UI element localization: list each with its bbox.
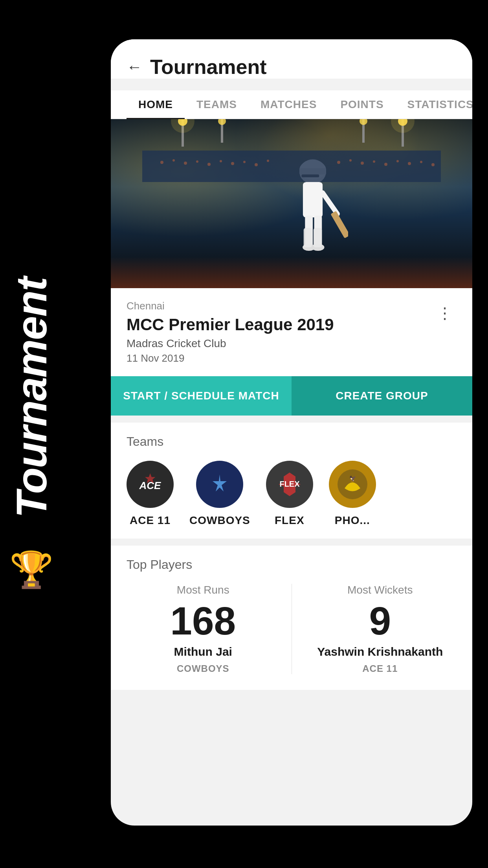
page-title: Tournament xyxy=(150,55,267,79)
svg-point-23 xyxy=(391,119,415,133)
team-item-ace[interactable]: ACE ACE 11 xyxy=(127,461,174,527)
team-name-flex: FLEX xyxy=(275,514,305,527)
team-name-phoenix: PHO... xyxy=(335,514,370,527)
svg-point-24 xyxy=(160,161,163,164)
start-schedule-button[interactable]: START / SCHEDULE MATCH xyxy=(111,376,292,416)
tournament-date: 11 Nov 2019 xyxy=(127,352,334,364)
trophy-icon: 🏆 xyxy=(9,549,53,590)
svg-point-25 xyxy=(172,159,175,162)
tab-points[interactable]: POINTS xyxy=(328,90,395,119)
svg-point-19 xyxy=(218,119,226,125)
teams-list: ACE ACE 11 COWBOYS xyxy=(127,461,457,527)
tab-statistics[interactable]: STATISTICS xyxy=(396,90,472,119)
team-logo-flex: FLEX xyxy=(266,461,313,508)
more-options-button[interactable]: ⋮ xyxy=(433,300,457,326)
most-runs-value: 168 xyxy=(170,601,236,640)
svg-point-28 xyxy=(207,163,211,166)
svg-point-29 xyxy=(220,160,222,162)
svg-point-42 xyxy=(431,163,435,166)
nav-tabs: HOME TEAMS MATCHES POINTS STATISTICS xyxy=(111,90,472,119)
cowboys-logo-svg xyxy=(204,469,235,500)
phoenix-logo-svg: 🦅 xyxy=(337,469,368,500)
svg-point-34 xyxy=(337,161,340,164)
back-button[interactable]: ← xyxy=(127,59,142,75)
teams-section: Teams ACE ACE 11 xyxy=(111,423,472,539)
most-wickets-player-team: ACE 11 xyxy=(362,663,398,674)
svg-point-26 xyxy=(184,162,187,165)
side-panel: Tournament 🏆 xyxy=(0,0,63,868)
hero-image xyxy=(111,119,472,288)
svg-point-39 xyxy=(396,160,399,162)
svg-rect-11 xyxy=(304,228,312,247)
svg-point-37 xyxy=(373,160,375,163)
svg-rect-12 xyxy=(314,228,322,247)
svg-rect-13 xyxy=(142,151,441,182)
svg-point-32 xyxy=(255,163,258,166)
team-logo-phoenix: 🦅 xyxy=(329,461,376,508)
flex-logo-svg: FLEX xyxy=(274,469,305,500)
svg-point-31 xyxy=(243,161,246,163)
action-buttons: START / SCHEDULE MATCH CREATE GROUP xyxy=(111,376,472,416)
team-item-phoenix[interactable]: 🦅 PHO... xyxy=(329,461,376,527)
most-runs-player-team: COWBOYS xyxy=(177,663,229,674)
players-grid: Most Runs 168 Mithun Jai COWBOYS Most Wi… xyxy=(127,584,457,674)
svg-text:ACE: ACE xyxy=(139,480,161,491)
ace-logo-svg: ACE xyxy=(134,469,166,500)
stadium-lights xyxy=(111,119,472,182)
most-runs-label: Most Runs xyxy=(177,584,229,596)
svg-rect-4 xyxy=(303,182,323,217)
svg-point-33 xyxy=(267,160,269,162)
tab-matches[interactable]: MATCHES xyxy=(249,90,328,119)
most-runs-card: Most Runs 168 Mithun Jai COWBOYS xyxy=(127,584,280,674)
team-name-ace: ACE 11 xyxy=(130,514,171,527)
team-item-flex[interactable]: FLEX FLEX xyxy=(266,461,313,527)
team-item-cowboys[interactable]: COWBOYS xyxy=(189,461,250,527)
team-name-cowboys: COWBOYS xyxy=(189,514,250,527)
side-vertical-text: Tournament xyxy=(10,278,53,518)
tournament-location: Chennai xyxy=(127,300,334,312)
phone-container: ← Tournament HOME TEAMS MATCHES POINTS S… xyxy=(111,39,472,826)
svg-point-35 xyxy=(349,159,352,162)
tournament-club: Madras Cricket Club xyxy=(127,337,334,350)
create-group-button[interactable]: CREATE GROUP xyxy=(292,376,472,416)
tournament-info: Chennai MCC Premier League 2019 Madras C… xyxy=(111,288,472,376)
most-wickets-value: 9 xyxy=(369,601,391,640)
most-wickets-label: Most Wickets xyxy=(347,584,413,596)
most-runs-player-name: Mithun Jai xyxy=(174,645,232,658)
svg-text:FLEX: FLEX xyxy=(279,480,300,488)
svg-point-22 xyxy=(171,119,194,133)
tab-teams[interactable]: TEAMS xyxy=(185,90,249,119)
tab-home[interactable]: HOME xyxy=(127,90,185,119)
svg-point-20 xyxy=(360,119,367,125)
tournament-name: MCC Premier League 2019 xyxy=(127,315,334,334)
svg-point-38 xyxy=(384,163,387,166)
svg-point-41 xyxy=(420,161,422,163)
svg-line-5 xyxy=(323,193,338,214)
top-players-title: Top Players xyxy=(127,557,457,572)
svg-point-30 xyxy=(231,162,234,165)
svg-text:🦅: 🦅 xyxy=(349,475,356,482)
divider xyxy=(292,584,292,674)
team-logo-ace: ACE xyxy=(127,461,174,508)
team-logo-cowboys xyxy=(196,461,243,508)
header: ← Tournament xyxy=(111,39,472,79)
teams-section-title: Teams xyxy=(127,434,457,449)
svg-point-27 xyxy=(196,160,198,163)
svg-point-40 xyxy=(408,162,411,165)
crowd-bg xyxy=(111,257,472,288)
top-players-section: Top Players Most Runs 168 Mithun Jai COW… xyxy=(111,546,472,690)
most-wickets-player-name: Yashwin Krishnakanth xyxy=(317,645,443,658)
svg-point-36 xyxy=(361,162,364,165)
most-wickets-card: Most Wickets 9 Yashwin Krishnakanth ACE … xyxy=(304,584,457,674)
